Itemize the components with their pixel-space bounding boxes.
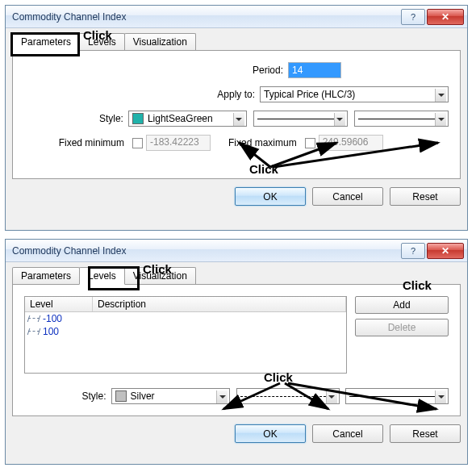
tab-visualization[interactable]: Visualization bbox=[124, 33, 196, 50]
tab-strip: Parameters Levels Visualization bbox=[12, 33, 461, 50]
titlebar: Commodity Channel Index ? ✕ bbox=[6, 240, 467, 262]
client-area: Parameters Levels Visualization Level De… bbox=[6, 262, 467, 449]
titlebar: Commodity Channel Index ? ✕ bbox=[6, 6, 467, 28]
reset-button[interactable]: Reset bbox=[390, 187, 461, 206]
chevron-down-icon bbox=[216, 390, 228, 403]
levels-pane: Level Description -100 100 Add Delete bbox=[12, 284, 461, 416]
tab-levels[interactable]: Levels bbox=[79, 267, 125, 285]
button-row: OK Cancel Reset bbox=[12, 416, 461, 443]
style-line-width-combo[interactable] bbox=[345, 388, 449, 404]
ok-button[interactable]: OK bbox=[235, 424, 306, 443]
tab-visualization[interactable]: Visualization bbox=[124, 267, 196, 284]
line-preview-icon bbox=[257, 119, 334, 119]
client-area: Parameters Levels Visualization Period: … bbox=[6, 28, 467, 212]
fixed-min-label: Fixed minimum bbox=[24, 137, 129, 148]
chevron-down-icon bbox=[326, 390, 337, 403]
chevron-down-icon bbox=[334, 113, 345, 126]
period-input[interactable] bbox=[288, 62, 341, 78]
style-line-width-combo[interactable] bbox=[354, 111, 449, 127]
color-swatch bbox=[132, 113, 144, 124]
dialog-title: Commodity Channel Index bbox=[12, 11, 401, 23]
tab-strip: Parameters Levels Visualization bbox=[12, 267, 461, 284]
fixed-min-value: -183.42223 bbox=[146, 135, 211, 151]
style-label: Style: bbox=[24, 113, 128, 124]
tab-levels[interactable]: Levels bbox=[79, 33, 125, 50]
style-color-name: LightSeaGreen bbox=[148, 113, 213, 124]
col-level[interactable]: Level bbox=[25, 297, 93, 311]
col-description[interactable]: Description bbox=[93, 297, 346, 311]
help-button[interactable]: ? bbox=[401, 9, 425, 25]
chevron-down-icon bbox=[233, 113, 244, 126]
close-button[interactable]: ✕ bbox=[427, 9, 464, 25]
level-line-icon bbox=[28, 315, 40, 323]
fixed-max-value: 249.59606 bbox=[319, 135, 383, 151]
table-row[interactable]: 100 bbox=[25, 325, 346, 338]
line-preview-icon bbox=[358, 119, 435, 119]
color-swatch bbox=[115, 390, 127, 402]
period-label: Period: bbox=[253, 65, 288, 76]
style-color-combo[interactable]: Silver bbox=[111, 388, 230, 404]
button-row: OK Cancel Reset bbox=[12, 179, 461, 206]
apply-to-label: Apply to: bbox=[217, 89, 260, 100]
apply-to-combo[interactable]: Typical Price (HLC/3) bbox=[260, 86, 449, 102]
levels-table[interactable]: Level Description -100 100 bbox=[24, 296, 347, 374]
cancel-button[interactable]: Cancel bbox=[312, 187, 383, 206]
parameters-pane: Period: Apply to: Typical Price (HLC/3) … bbox=[12, 50, 461, 179]
tab-parameters[interactable]: Parameters bbox=[12, 33, 80, 51]
style-line-type-combo[interactable] bbox=[253, 111, 348, 127]
fixed-min-checkbox[interactable] bbox=[132, 138, 143, 148]
level-line-icon bbox=[28, 328, 40, 336]
chevron-down-icon bbox=[435, 390, 446, 403]
close-button[interactable]: ✕ bbox=[427, 243, 464, 259]
delete-button[interactable]: Delete bbox=[355, 319, 449, 336]
dialog-title: Commodity Channel Index bbox=[12, 245, 401, 257]
style-label: Style: bbox=[24, 390, 111, 402]
add-button[interactable]: Add bbox=[355, 296, 449, 314]
chevron-down-icon bbox=[435, 89, 446, 102]
style-line-type-combo[interactable] bbox=[236, 388, 340, 404]
ok-button[interactable]: OK bbox=[235, 187, 306, 206]
reset-button[interactable]: Reset bbox=[390, 424, 461, 443]
line-preview-icon bbox=[349, 396, 435, 397]
table-header: Level Description bbox=[25, 297, 346, 312]
table-row[interactable]: -100 bbox=[25, 312, 346, 325]
help-button[interactable]: ? bbox=[401, 243, 425, 259]
dialog-levels: Commodity Channel Index ? ✕ Parameters L… bbox=[5, 239, 468, 465]
line-preview-icon bbox=[240, 396, 326, 397]
fixed-max-checkbox[interactable] bbox=[305, 138, 315, 148]
apply-to-value: Typical Price (HLC/3) bbox=[264, 89, 355, 100]
tab-parameters[interactable]: Parameters bbox=[12, 267, 80, 284]
cancel-button[interactable]: Cancel bbox=[312, 424, 383, 443]
style-color-combo[interactable]: LightSeaGreen bbox=[128, 111, 247, 127]
style-color-name: Silver bbox=[131, 390, 155, 402]
side-buttons: Add Delete bbox=[355, 296, 449, 374]
dialog-parameters: Commodity Channel Index ? ✕ Parameters L… bbox=[5, 5, 468, 231]
fixed-max-label: Fixed maximum bbox=[228, 137, 302, 148]
chevron-down-icon bbox=[435, 113, 446, 126]
